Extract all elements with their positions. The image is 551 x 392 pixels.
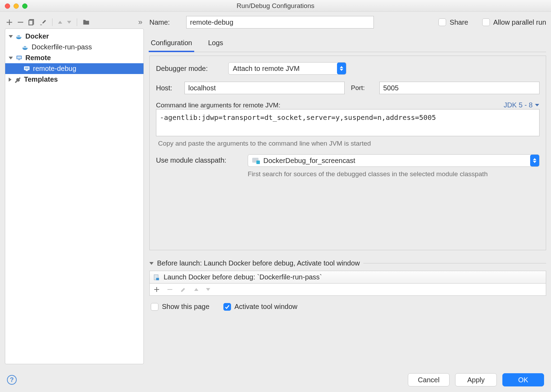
allow-parallel-checkbox[interactable]: Allow parallel run xyxy=(482,18,546,26)
dialog-footer: ? Cancel Apply OK xyxy=(0,368,551,392)
before-launch-title: Before launch: Launch Docker before debu… xyxy=(157,259,360,267)
tree-item-dockerfile-run-pass[interactable]: Dockerfile-run-pass xyxy=(5,42,143,52)
move-down-button[interactable] xyxy=(67,21,71,24)
host-port-row: Host: Port: xyxy=(156,82,540,94)
configuration-panel: Debugger mode: Attach to remote JVM Host… xyxy=(149,56,546,250)
tab-configuration[interactable]: Configuration xyxy=(149,35,194,52)
before-launch-toolbar xyxy=(150,284,546,295)
config-tree[interactable]: Docker Dockerfile-run-pass Remote remote… xyxy=(5,28,144,364)
move-up-button[interactable] xyxy=(58,21,62,24)
cmdline-textarea[interactable]: -agentlib:jdwp=transport=dt_socket,serve… xyxy=(156,109,540,136)
divider xyxy=(363,263,546,263)
tree-label: Remote xyxy=(25,54,51,62)
svg-rect-1 xyxy=(29,20,33,25)
debugger-mode-value: Attach to remote JVM xyxy=(233,65,299,73)
host-label: Host: xyxy=(156,84,178,92)
body: » Docker Dockerfile-run-pass Remote remo… xyxy=(0,12,551,364)
name-input[interactable] xyxy=(186,16,374,28)
show-page-checkbox[interactable]: Show this page xyxy=(151,303,209,311)
activate-tool-checkbox[interactable]: Activate tool window xyxy=(223,303,297,311)
tree-node-remote[interactable]: Remote xyxy=(5,52,143,63)
svg-rect-7 xyxy=(26,70,28,71)
remote-icon xyxy=(23,65,30,72)
tree-node-docker[interactable]: Docker xyxy=(5,31,143,42)
titlebar: Run/Debug Configurations xyxy=(0,0,551,12)
allow-parallel-label: Allow parallel run xyxy=(493,18,546,26)
cmdline-label: Command line arguments for remote JVM: xyxy=(156,101,280,109)
after-launch-checks: Show this page Activate tool window xyxy=(149,303,546,311)
cmdline-hint: Copy and paste the arguments to the comm… xyxy=(156,140,540,147)
sidebar-toolbar: » xyxy=(5,15,144,28)
debugger-mode-row: Debugger mode: Attach to remote JVM xyxy=(156,62,540,75)
left-column: » Docker Dockerfile-run-pass Remote remo… xyxy=(5,15,144,364)
folder-button[interactable] xyxy=(83,19,90,26)
tree-label: Dockerfile-run-pass xyxy=(32,43,92,51)
remove-task-button[interactable] xyxy=(167,287,173,292)
activate-tool-label: Activate tool window xyxy=(235,303,297,311)
before-launch-item[interactable]: Launch Docker before debug: `Dockerfile-… xyxy=(150,271,546,284)
checkbox-icon xyxy=(151,303,158,311)
svg-rect-6 xyxy=(25,67,29,70)
debugger-mode-select[interactable]: Attach to remote JVM xyxy=(228,62,346,75)
add-task-button[interactable] xyxy=(154,287,159,292)
tree-label: remote-debug xyxy=(33,65,76,73)
right-column: Name: Share Allow parallel run Configura… xyxy=(149,15,546,364)
classpath-hint: First search for sources of the debugged… xyxy=(248,170,540,178)
tree-label: Docker xyxy=(25,32,49,40)
chevron-down-icon xyxy=(149,262,154,265)
chevron-down-icon xyxy=(535,104,540,107)
classpath-select[interactable]: DockerDebug_for_screencast xyxy=(248,154,540,167)
module-icon xyxy=(252,158,260,163)
apply-button[interactable]: Apply xyxy=(455,373,497,386)
docker-icon xyxy=(22,44,29,51)
svg-rect-4 xyxy=(18,59,20,60)
task-down-button[interactable] xyxy=(206,288,210,291)
chevron-right-icon xyxy=(9,77,11,82)
name-label: Name: xyxy=(149,18,181,26)
share-label: Share xyxy=(450,18,468,26)
name-row: Name: Share Allow parallel run xyxy=(149,16,546,28)
show-page-label: Show this page xyxy=(162,303,209,311)
chevrons-icon xyxy=(337,63,346,74)
jdk-label: JDK 5 - 8 xyxy=(504,101,533,109)
classpath-value: DockerDebug_for_screencast xyxy=(263,157,355,165)
share-checkbox[interactable]: Share xyxy=(438,18,468,26)
port-label: Port: xyxy=(351,84,373,92)
checkbox-icon xyxy=(482,18,490,26)
svg-rect-9 xyxy=(156,278,159,280)
docker-icon xyxy=(16,33,23,40)
debugger-mode-label: Debugger mode: xyxy=(156,65,222,73)
expand-toolbar-button[interactable]: » xyxy=(138,18,142,27)
remote-icon xyxy=(16,55,23,62)
port-input[interactable] xyxy=(379,82,540,94)
classpath-row: Use module classpath: DockerDebug_for_sc… xyxy=(156,154,540,178)
tree-node-templates[interactable]: Templates xyxy=(5,74,143,85)
before-launch-item-label: Launch Docker before debug: `Dockerfile-… xyxy=(164,273,322,281)
cancel-button[interactable]: Cancel xyxy=(408,373,450,386)
classpath-label: Use module classpath: xyxy=(156,154,239,164)
chevrons-icon xyxy=(530,155,539,166)
wrench-icon xyxy=(14,76,21,83)
help-button[interactable]: ? xyxy=(7,375,17,385)
copy-config-button[interactable] xyxy=(28,19,35,25)
remove-config-button[interactable] xyxy=(17,19,24,25)
chevron-down-icon xyxy=(9,57,13,59)
before-launch-list: Launch Docker before debug: `Dockerfile-… xyxy=(149,271,546,296)
docker-task-icon xyxy=(153,274,160,281)
window-title: Run/Debug Configurations xyxy=(0,2,551,10)
checkbox-checked-icon xyxy=(223,303,231,311)
svg-rect-3 xyxy=(17,56,21,59)
tab-logs[interactable]: Logs xyxy=(207,35,224,52)
jdk-version-dropdown[interactable]: JDK 5 - 8 xyxy=(504,101,540,109)
checkbox-icon xyxy=(438,18,446,26)
before-launch-header[interactable]: Before launch: Launch Docker before debu… xyxy=(149,259,546,267)
edit-task-button[interactable] xyxy=(180,286,187,293)
tree-item-remote-debug[interactable]: remote-debug xyxy=(5,63,143,74)
ok-button[interactable]: OK xyxy=(502,373,544,386)
host-input[interactable] xyxy=(184,82,345,94)
edit-defaults-button[interactable] xyxy=(40,19,47,26)
add-config-button[interactable] xyxy=(6,19,13,25)
cmdline-section: Command line arguments for remote JVM: J… xyxy=(156,101,540,147)
task-up-button[interactable] xyxy=(194,288,198,291)
toolbar-separator-icon xyxy=(77,18,77,26)
